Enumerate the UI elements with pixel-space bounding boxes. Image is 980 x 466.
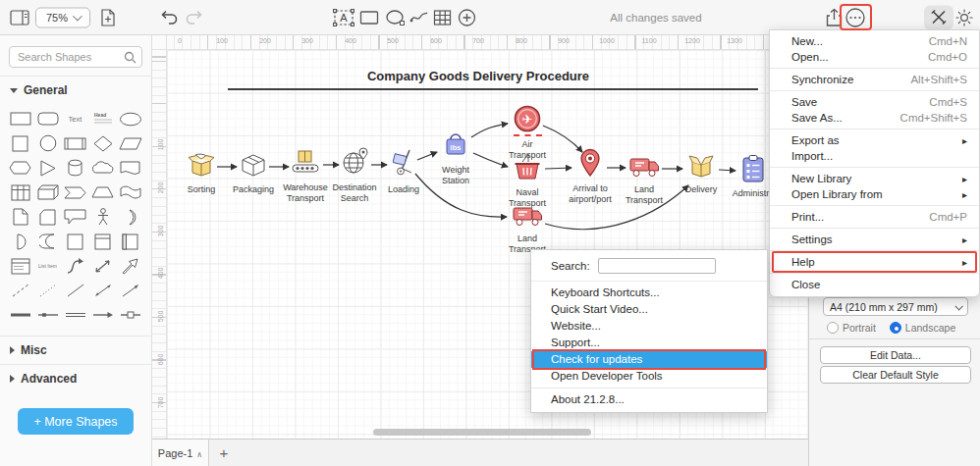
shape-container[interactable] xyxy=(63,231,87,252)
menu-item-about[interactable]: About 21.2.8... xyxy=(531,391,767,408)
shape-internal-storage[interactable] xyxy=(90,231,115,252)
shape-double-line[interactable] xyxy=(63,304,87,326)
node-land-transport-2[interactable] xyxy=(627,154,661,183)
shape-table[interactable] xyxy=(8,181,32,203)
shape-note[interactable] xyxy=(8,206,32,228)
menu-item-check-for-updates[interactable]: Check for updates xyxy=(531,351,767,368)
menu-item-support[interactable]: Support... xyxy=(531,335,767,351)
shape-step[interactable] xyxy=(63,181,87,203)
menu-item-open[interactable]: Open...Cmd+O xyxy=(770,49,979,65)
menu-item-keyboard-shortcuts[interactable]: Keyboard Shortcuts... xyxy=(531,285,767,301)
menu-item-open-developer-tools[interactable]: Open Developer Tools xyxy=(531,368,767,385)
theme-toggle-icon[interactable] xyxy=(955,9,973,26)
shape-or[interactable] xyxy=(118,206,142,228)
menu-item-new[interactable]: New...Cmd+N xyxy=(770,33,979,49)
shape-bidirectional-connector[interactable] xyxy=(90,280,115,301)
shape-text[interactable]: Text xyxy=(63,108,87,129)
insert-text-icon[interactable]: A xyxy=(333,9,354,26)
shape-cube[interactable] xyxy=(35,181,60,203)
shape-bold-line[interactable] xyxy=(35,304,60,326)
tab-page-1[interactable]: Page-1 xyxy=(152,440,209,466)
new-page-icon[interactable] xyxy=(100,8,116,26)
shape-and[interactable] xyxy=(8,231,32,252)
node-sorting[interactable] xyxy=(187,151,216,182)
shape-data-storage[interactable] xyxy=(35,231,60,252)
edit-data-button[interactable]: Edit Data... xyxy=(820,346,971,364)
toggle-panels-icon[interactable] xyxy=(10,9,29,26)
shape-tape[interactable] xyxy=(118,181,142,203)
shape-trapezoid[interactable] xyxy=(90,181,115,203)
node-delivery[interactable] xyxy=(686,152,716,183)
section-advanced[interactable]: Advanced xyxy=(0,364,151,392)
node-packaging[interactable] xyxy=(239,151,268,182)
menu-item-synchronize[interactable]: SynchronizeAlt+Shift+S xyxy=(770,72,979,87)
shape-card[interactable] xyxy=(35,206,60,228)
add-page-button[interactable]: + xyxy=(209,440,239,466)
insert-ellipse-icon[interactable] xyxy=(385,9,406,26)
clear-default-style-button[interactable]: Clear Default Style xyxy=(820,366,971,384)
node-arrival[interactable] xyxy=(577,148,603,181)
shape-vertical-container[interactable] xyxy=(118,231,142,252)
shape-triangle[interactable] xyxy=(35,157,60,179)
shape-curve[interactable] xyxy=(63,255,87,277)
shape-rounded-rectangle[interactable] xyxy=(35,108,60,129)
shape-parallelogram[interactable] xyxy=(118,132,142,154)
portrait-radio[interactable]: Portrait xyxy=(827,322,876,334)
shape-hexagon[interactable] xyxy=(8,157,32,179)
shape-arrow[interactable] xyxy=(118,255,142,277)
shape-bidirectional-arrow[interactable] xyxy=(90,255,115,277)
insert-rectangle-icon[interactable] xyxy=(359,10,379,25)
shape-link[interactable] xyxy=(8,304,32,326)
shape-cloud[interactable] xyxy=(90,157,115,179)
freehand-icon[interactable] xyxy=(409,10,429,26)
shape-rectangle[interactable] xyxy=(8,108,32,129)
more-shapes-button[interactable]: + More Shapes xyxy=(18,408,134,435)
shape-callout[interactable] xyxy=(63,206,87,228)
sketch-toggle-icon[interactable] xyxy=(924,5,953,29)
node-warehouse-transport[interactable] xyxy=(290,148,321,180)
menu-item-print[interactable]: Print...Cmd+P xyxy=(770,209,979,225)
shape-actor[interactable] xyxy=(90,206,115,228)
shape-list-item[interactable]: List Item xyxy=(35,255,60,277)
shape-dotted-line[interactable] xyxy=(35,280,60,301)
menu-item-open-library-from[interactable]: Open Library from xyxy=(770,186,979,202)
section-general[interactable]: General xyxy=(0,76,151,104)
menu-item-settings[interactable]: Settings xyxy=(770,232,979,247)
menu-item-new-library[interactable]: New Library xyxy=(770,171,979,186)
menu-item-close[interactable]: Close xyxy=(770,277,979,292)
shape-heading[interactable]: Head xyxy=(90,108,115,129)
shape-directional-connector[interactable] xyxy=(118,280,142,301)
shape-cylinder[interactable] xyxy=(63,157,87,179)
redo-button[interactable] xyxy=(185,10,204,26)
node-administration[interactable] xyxy=(739,154,767,187)
menu-item-website[interactable]: Website... xyxy=(531,318,767,335)
node-weight-station[interactable]: lbs xyxy=(441,130,470,162)
menu-item-save[interactable]: SaveCmd+S xyxy=(770,94,979,110)
shape-labeled-link[interactable] xyxy=(118,304,142,326)
node-loading[interactable] xyxy=(389,147,418,181)
node-destination-search[interactable] xyxy=(340,147,369,181)
more-actions-icon[interactable] xyxy=(844,7,866,28)
menu-item-help[interactable]: Help xyxy=(770,254,979,270)
shape-arrow-link[interactable] xyxy=(90,304,115,326)
shape-diamond[interactable] xyxy=(90,132,115,154)
undo-button[interactable] xyxy=(159,10,179,26)
shape-document[interactable] xyxy=(118,157,142,179)
shape-line[interactable] xyxy=(63,280,87,301)
search-shapes-input[interactable] xyxy=(9,46,142,68)
page-size-select[interactable]: A4 (210 mm x 297 mm) xyxy=(823,297,968,316)
menu-item-quick-start-video[interactable]: Quick Start Video... xyxy=(531,301,767,318)
landscape-radio[interactable]: Landscape xyxy=(890,322,955,334)
menu-item-save-as[interactable]: Save As...Cmd+Shift+S xyxy=(770,110,979,126)
shape-square[interactable] xyxy=(8,132,32,154)
insert-more-icon[interactable] xyxy=(458,8,476,26)
section-misc[interactable]: Misc xyxy=(0,336,151,364)
shape-circle[interactable] xyxy=(35,132,60,154)
share-icon[interactable] xyxy=(826,8,843,27)
help-search-input[interactable] xyxy=(598,258,716,274)
shape-dashed-line[interactable] xyxy=(8,280,32,301)
horizontal-scrollbar[interactable] xyxy=(373,429,591,436)
shape-ellipse[interactable] xyxy=(118,108,142,129)
insert-table-icon[interactable] xyxy=(433,9,452,26)
zoom-select[interactable]: 75% xyxy=(35,7,90,27)
